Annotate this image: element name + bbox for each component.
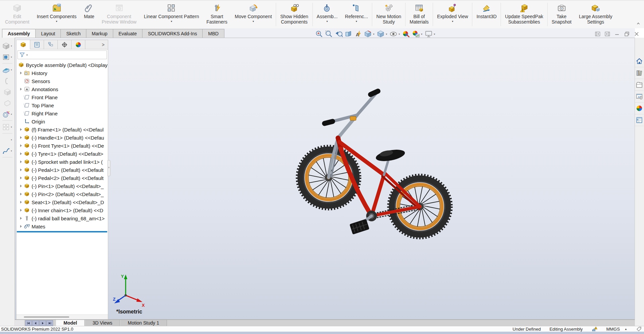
dropdown-caret-icon[interactable]: ▼ xyxy=(10,69,12,71)
scrollbar-thumb[interactable] xyxy=(24,317,69,318)
expand-arrow[interactable] xyxy=(19,209,23,212)
expand-arrow-icon[interactable] xyxy=(20,152,22,155)
dropdown-caret-icon[interactable]: ▼ xyxy=(10,113,12,115)
panel-tab-configuration[interactable] xyxy=(44,40,58,49)
nav-next-button[interactable] xyxy=(39,320,46,326)
dropdown-caret-icon[interactable]: ▼ xyxy=(10,126,12,128)
tree-item[interactable]: (-) Pin<2> (Default) <<Default>_ xyxy=(16,190,108,198)
previous-view-button[interactable] xyxy=(335,30,343,38)
filter-caret-icon[interactable]: ▼ xyxy=(26,54,28,56)
dropdown-caret-icon[interactable]: ▼ xyxy=(55,20,58,23)
expand-arrow-icon[interactable] xyxy=(20,72,22,74)
tree-root-item[interactable]: Bycycle assembly (Default) <Display xyxy=(16,61,108,69)
file-explorer-button[interactable] xyxy=(635,79,644,91)
lt-pattern-button[interactable]: ▼ xyxy=(1,121,14,133)
view-settings-button[interactable]: ▼ xyxy=(425,30,436,38)
take-snapshot-button[interactable]: TakeSnapshot xyxy=(548,1,575,28)
expand-arrow[interactable] xyxy=(19,193,23,195)
tree-item[interactable]: (-) Sprocket with padel link<1> ( xyxy=(16,158,108,166)
expand-arrow[interactable] xyxy=(19,136,23,139)
design-library-button[interactable] xyxy=(635,67,644,79)
dropdown-caret-icon[interactable]: ▼ xyxy=(10,139,12,141)
tree-item[interactable]: Right Plane xyxy=(16,109,108,117)
tree-item[interactable]: (-) Tyre<1> (Default) <<Default> xyxy=(16,150,108,158)
expand-arrow-icon[interactable] xyxy=(20,177,22,179)
lt-spline-button[interactable]: ▼ xyxy=(1,145,14,156)
display-style-button[interactable]: ▼ xyxy=(377,30,388,38)
panel-tab-appearances[interactable] xyxy=(72,40,85,49)
tree-horizontal-scrollbar[interactable] xyxy=(16,314,108,319)
lt-ruler-button[interactable] xyxy=(1,158,14,169)
edit-component-button[interactable]: EditComponent xyxy=(1,1,33,28)
expand-arrow[interactable] xyxy=(19,72,23,74)
tree-item[interactable]: (-) Inner chain<1> (Default) <<D xyxy=(16,206,108,214)
mate-button[interactable]: Mate xyxy=(80,1,98,28)
tree-item[interactable]: (-) Handle<1> (Default) <<Defau xyxy=(16,134,108,142)
move-component-button[interactable]: Move Component▼ xyxy=(231,1,276,28)
expand-arrow-icon[interactable] xyxy=(20,225,22,228)
apply-scene-button[interactable]: ▼ xyxy=(412,30,423,38)
annotation-views-button[interactable]: A xyxy=(354,30,362,38)
tab-evaluate[interactable]: Evaluate xyxy=(113,29,142,38)
lt-box-button[interactable] xyxy=(1,86,14,98)
expand-arrow-icon[interactable] xyxy=(20,136,22,139)
expand-arrow-icon[interactable] xyxy=(20,217,22,220)
lt-box2-button[interactable] xyxy=(1,98,14,109)
expand-arrow[interactable] xyxy=(19,152,23,155)
large-assembly-settings-button[interactable]: Large AssemblySettings xyxy=(575,1,616,28)
hide-show-items-button[interactable]: ▼ xyxy=(389,30,400,38)
panel-expand-button[interactable]: > xyxy=(98,40,108,49)
section-view-button[interactable] xyxy=(344,30,352,38)
restore-button[interactable] xyxy=(624,31,630,37)
dropdown-caret-icon[interactable]: ▼ xyxy=(355,20,358,23)
expand-arrow-icon[interactable] xyxy=(20,169,22,171)
tree-item[interactable]: (-) Pin<1> (Default) <<Default>_ xyxy=(16,182,108,190)
panel-tab-propertymanager[interactable] xyxy=(30,40,44,49)
view-palette-button[interactable] xyxy=(635,91,644,103)
tree-item[interactable]: Origin xyxy=(16,117,108,125)
expand-arrow-icon[interactable] xyxy=(20,185,22,187)
tree-item[interactable]: Front Plane xyxy=(16,93,108,101)
expand-arrow-icon[interactable] xyxy=(20,209,22,212)
lt-refgeom-button[interactable]: ▼ xyxy=(1,134,14,145)
dropdown-caret-icon[interactable]: ▼ xyxy=(421,33,423,35)
smart-fasteners-button[interactable]: SmartFasteners xyxy=(203,1,231,28)
bottom-tab-motion-study-1[interactable]: Motion Study 1 xyxy=(120,320,167,326)
nav-last-button[interactable] xyxy=(46,320,53,326)
tree-item[interactable]: AAnnotations xyxy=(16,85,108,93)
expand-arrow[interactable] xyxy=(19,201,23,203)
close-button[interactable] xyxy=(633,31,640,37)
expand-arrow-icon[interactable] xyxy=(20,160,22,163)
expand-arrow[interactable] xyxy=(19,225,23,228)
instant3d-button[interactable]: Instant3D xyxy=(473,1,500,28)
lt-window-button[interactable]: ▼ xyxy=(1,51,14,63)
nav-first-button[interactable] xyxy=(25,320,32,326)
zoom-fit-button[interactable] xyxy=(315,30,323,38)
expand-arrow[interactable] xyxy=(19,144,23,147)
new-motion-study-button[interactable]: New MotionStudy xyxy=(373,1,405,28)
linear-component-pattern-button[interactable]: Linear Component Pattern▼ xyxy=(140,1,203,28)
tree-item[interactable]: (-) Pedal<1> (Default) <<Default xyxy=(16,166,108,174)
tree-item[interactable]: Top Plane xyxy=(16,101,108,109)
expand-arrow-icon[interactable] xyxy=(20,88,22,90)
panel-tab-featuremanager[interactable] xyxy=(16,40,30,49)
tags-icon[interactable] xyxy=(636,326,642,332)
tab-sketch[interactable]: Sketch xyxy=(60,29,86,38)
view-orientation-button[interactable]: ▼ xyxy=(364,30,375,38)
tab-markup[interactable]: Markup xyxy=(86,29,113,38)
expand-arrow[interactable] xyxy=(19,169,23,171)
dropdown-caret-icon[interactable]: ▼ xyxy=(10,56,12,58)
pane-left-button[interactable] xyxy=(594,31,601,37)
exploded-view-button[interactable]: Exploded View▼ xyxy=(433,1,472,28)
tree-item[interactable]: (f) Frame<1> (Default) <<Defaul xyxy=(16,125,108,134)
panel-splitter-handle[interactable] xyxy=(108,160,111,176)
dropdown-caret-icon[interactable]: ▼ xyxy=(170,20,173,23)
tree-item[interactable]: Seat<1> (Default) <<Default>_D xyxy=(16,198,108,206)
dropdown-caret-icon[interactable]: ▼ xyxy=(373,33,375,35)
dropdown-caret-icon[interactable]: ▼ xyxy=(385,33,388,35)
expand-arrow[interactable] xyxy=(19,160,23,163)
expand-arrow-icon[interactable] xyxy=(20,144,22,147)
expand-arrow-icon[interactable] xyxy=(20,193,22,195)
tab-layout[interactable]: Layout xyxy=(35,29,61,38)
expand-arrow[interactable] xyxy=(19,128,23,131)
